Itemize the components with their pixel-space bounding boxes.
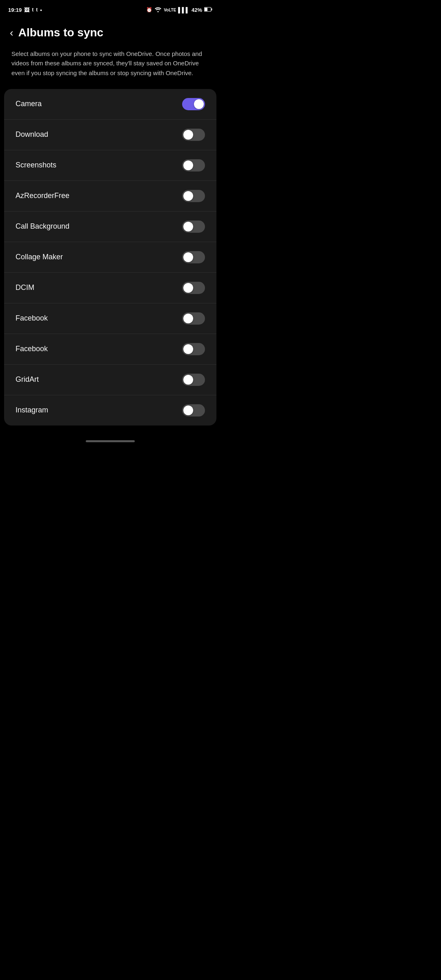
toggle-knob <box>183 375 193 385</box>
list-item: AzRecorderFree <box>4 181 216 212</box>
list-item: DCIM <box>4 273 216 303</box>
list-item: Call Background <box>4 212 216 242</box>
status-bar: 19:19 🖼 t t • ⏰ VoLTE ▌▌▌ 42% <box>0 0 220 18</box>
back-button[interactable]: ‹ <box>10 27 13 38</box>
album-name: Camera <box>16 100 42 108</box>
album-name: Download <box>16 130 48 139</box>
battery-percent: 42% <box>192 7 202 13</box>
page-header: ‹ Albums to sync <box>0 18 220 46</box>
toggle-switch[interactable] <box>182 190 205 202</box>
dot-indicator: • <box>40 7 42 13</box>
volte-icon: VoLTE <box>164 8 176 12</box>
list-item: Screenshots <box>4 150 216 181</box>
toggle-switch[interactable] <box>182 374 205 386</box>
home-indicator-bar <box>86 440 135 442</box>
toggle-switch[interactable] <box>182 404 205 416</box>
toggle-knob <box>183 160 193 170</box>
toggle-knob <box>194 99 204 109</box>
status-right: ⏰ VoLTE ▌▌▌ 42% <box>146 7 212 13</box>
page-title: Albums to sync <box>18 26 103 39</box>
gallery-icon: 🖼 <box>24 7 29 13</box>
album-name: AzRecorderFree <box>16 192 69 200</box>
toggle-switch[interactable] <box>182 129 205 141</box>
album-name: Facebook <box>16 345 48 353</box>
toggle-knob <box>183 405 193 415</box>
description-text: Select albums on your phone to sync with… <box>0 46 220 89</box>
toggle-knob <box>183 130 193 140</box>
album-list: CameraDownloadScreenshotsAzRecorderFreeC… <box>4 89 216 425</box>
list-item: Camera <box>4 89 216 120</box>
time-display: 19:19 <box>8 7 22 13</box>
toggle-switch[interactable] <box>182 98 205 110</box>
list-item: Facebook <box>4 303 216 334</box>
album-name: Instagram <box>16 406 48 414</box>
album-name: Screenshots <box>16 161 56 169</box>
toggle-switch[interactable] <box>182 343 205 355</box>
list-item: Instagram <box>4 395 216 425</box>
toggle-knob <box>183 222 193 232</box>
album-name: DCIM <box>16 283 34 292</box>
album-name: Call Background <box>16 222 69 231</box>
toggle-knob <box>183 314 193 323</box>
toggle-knob <box>183 283 193 293</box>
svg-rect-2 <box>212 8 212 10</box>
toggle-knob <box>183 191 193 201</box>
home-indicator <box>0 434 220 446</box>
list-item: Collage Maker <box>4 242 216 273</box>
wifi-icon <box>154 7 162 13</box>
list-item: Download <box>4 120 216 150</box>
list-item: GridArt <box>4 365 216 395</box>
signal-icon: ▌▌▌ <box>178 7 189 13</box>
album-name: GridArt <box>16 375 39 384</box>
svg-rect-1 <box>205 8 207 11</box>
toggle-switch[interactable] <box>182 159 205 172</box>
album-name: Facebook <box>16 314 48 323</box>
battery-icon <box>204 7 212 13</box>
toggle-knob <box>183 252 193 262</box>
toggle-knob <box>183 344 193 354</box>
alarm-icon: ⏰ <box>146 7 152 13</box>
status-left: 19:19 🖼 t t • <box>8 7 42 13</box>
twitter-icon-2: t <box>36 7 38 13</box>
toggle-switch[interactable] <box>182 312 205 325</box>
toggle-switch[interactable] <box>182 220 205 233</box>
toggle-switch[interactable] <box>182 251 205 263</box>
twitter-icon-1: t <box>32 7 33 13</box>
toggle-switch[interactable] <box>182 282 205 294</box>
list-item: Facebook <box>4 334 216 365</box>
album-name: Collage Maker <box>16 253 63 261</box>
